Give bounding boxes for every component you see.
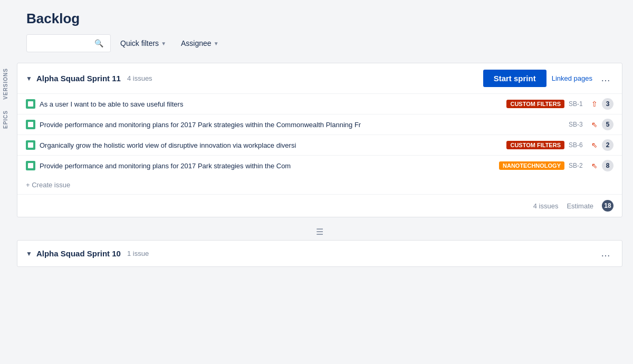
issue-tag-custom-filters: CUSTOM FILTERS bbox=[506, 141, 564, 149]
sprint2-section: ▼ Alpha Squad Sprint 10 1 issue … bbox=[17, 240, 622, 267]
sprint1-more-button[interactable]: … bbox=[598, 72, 613, 85]
issue-type-icon bbox=[26, 120, 35, 129]
issue-title: Organically grow the holistic world view… bbox=[40, 141, 502, 149]
issue-type-icon bbox=[26, 140, 35, 150]
issue-title: Provide performance and monitoring plans… bbox=[40, 121, 564, 129]
story-points: 2 bbox=[602, 139, 613, 151]
sprint1-section: ▼ Alpha Squad Sprint 11 4 issues Start s… bbox=[17, 63, 622, 217]
side-labels: VERSIONS EPICS bbox=[0, 58, 12, 364]
divider-icon: ☰ bbox=[316, 227, 323, 237]
create-issue-row[interactable]: + Create issue bbox=[17, 176, 622, 194]
sprint1-title: ▼ Alpha Squad Sprint 11 4 issues bbox=[26, 74, 483, 83]
issue-id: SB-3 bbox=[569, 121, 587, 128]
sprint2-more-button[interactable]: … bbox=[598, 247, 613, 260]
issue-type-icon bbox=[26, 161, 35, 170]
story-points: 3 bbox=[602, 98, 613, 110]
search-input[interactable] bbox=[31, 40, 94, 47]
story-points: 8 bbox=[602, 160, 613, 171]
start-sprint-button[interactable]: Start sprint bbox=[483, 70, 546, 87]
issue-id: SB-2 bbox=[569, 162, 587, 169]
sprint1-header: ▼ Alpha Squad Sprint 11 4 issues Start s… bbox=[17, 63, 622, 93]
issue-title: As a user I want to be able to save usef… bbox=[40, 100, 502, 108]
sprint1-name: Alpha Squad Sprint 11 bbox=[36, 74, 121, 83]
divider-row: ☰ bbox=[17, 224, 622, 240]
issue-id: SB-6 bbox=[569, 141, 587, 149]
search-input-wrapper[interactable]: 🔍 bbox=[26, 34, 111, 52]
toolbar: 🔍 Quick filters ▼ Assignee ▼ bbox=[26, 34, 617, 52]
content-area: VERSIONS EPICS ▼ Alpha Squad Sprint 11 4… bbox=[0, 58, 633, 364]
header: Backlog 🔍 Quick filters ▼ Assignee ▼ bbox=[0, 0, 633, 58]
sprint2-actions: … bbox=[598, 247, 613, 260]
priority-icon: ⇖ bbox=[591, 120, 598, 129]
priority-icon: ⇖ bbox=[591, 161, 598, 170]
footer-estimate-label: Estimate bbox=[567, 202, 593, 210]
issue-title: Provide performance and monitoring plans… bbox=[40, 162, 495, 170]
footer-points-badge: 18 bbox=[602, 200, 613, 212]
chevron-down-icon: ▼ bbox=[214, 41, 219, 46]
svg-rect-0 bbox=[28, 101, 33, 107]
search-icon: 🔍 bbox=[94, 39, 103, 47]
versions-label[interactable]: VERSIONS bbox=[0, 63, 12, 105]
page-title: Backlog bbox=[26, 11, 617, 27]
chevron-down-icon: ▼ bbox=[161, 41, 166, 46]
sprint1-count: 4 issues bbox=[127, 74, 152, 82]
sprint1-footer: 4 issues Estimate 18 bbox=[17, 194, 622, 217]
sprint2-name: Alpha Squad Sprint 10 bbox=[36, 249, 121, 258]
issue-tag-nanotechnology: NANOTECHNOLOGY bbox=[499, 161, 564, 170]
priority-icon: ⇧ bbox=[591, 100, 598, 108]
sprint1-actions: Start sprint Linked pages … bbox=[483, 70, 613, 87]
quick-filters-button[interactable]: Quick filters ▼ bbox=[115, 36, 171, 51]
svg-rect-3 bbox=[28, 163, 33, 168]
epics-label[interactable]: EPICS bbox=[0, 105, 12, 134]
issue-tag-custom-filters: CUSTOM FILTERS bbox=[506, 100, 564, 108]
sprint2-title: ▼ Alpha Squad Sprint 10 1 issue bbox=[26, 249, 598, 258]
svg-rect-2 bbox=[28, 142, 33, 148]
issue-id: SB-1 bbox=[569, 100, 587, 108]
page-container: Backlog 🔍 Quick filters ▼ Assignee ▼ VER… bbox=[0, 0, 633, 364]
svg-rect-1 bbox=[28, 122, 33, 127]
linked-pages-link[interactable]: Linked pages bbox=[552, 74, 592, 82]
story-points: 5 bbox=[602, 119, 613, 130]
assignee-filter-button[interactable]: Assignee ▼ bbox=[176, 36, 224, 51]
table-row[interactable]: As a user I want to be able to save usef… bbox=[17, 93, 622, 114]
footer-issues-count: 4 issues bbox=[533, 202, 559, 210]
sprint1-collapse-icon[interactable]: ▼ bbox=[26, 75, 32, 82]
sprint2-count: 1 issue bbox=[127, 250, 149, 257]
main-content: ▼ Alpha Squad Sprint 11 4 issues Start s… bbox=[12, 58, 633, 364]
priority-icon: ⇖ bbox=[591, 141, 598, 149]
issue-type-icon bbox=[26, 99, 35, 109]
table-row[interactable]: Provide performance and monitoring plans… bbox=[17, 155, 622, 176]
sprint2-collapse-icon[interactable]: ▼ bbox=[26, 250, 32, 257]
table-row[interactable]: Organically grow the holistic world view… bbox=[17, 135, 622, 155]
table-row[interactable]: Provide performance and monitoring plans… bbox=[17, 114, 622, 135]
